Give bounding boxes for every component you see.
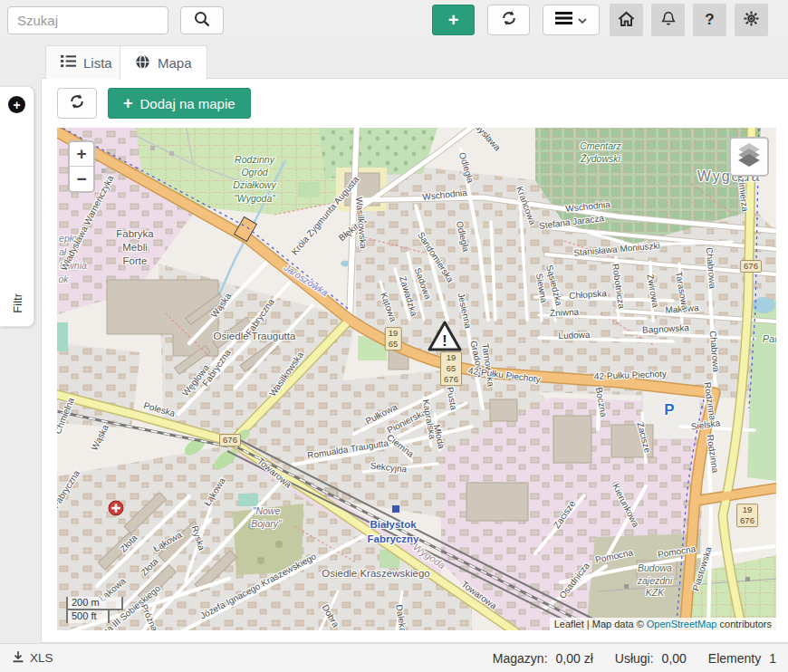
- filter-label: Filtr: [10, 293, 24, 313]
- filter-sidebar: + Filtr: [0, 86, 34, 327]
- magazyn-label: Magazyn:: [493, 651, 548, 666]
- layers-icon: [736, 142, 762, 171]
- plus-icon: +: [123, 94, 133, 113]
- hamburger-icon: [555, 12, 572, 28]
- map-canvas[interactable]: Fabryka Mebli ForteRodzinny Ogród Działk…: [57, 128, 776, 630]
- map-attribution: Leaflet | Map data © OpenStreetMap contr…: [550, 618, 776, 630]
- train-station-icon: [392, 505, 399, 513]
- home-icon: [618, 11, 635, 30]
- osm-link[interactable]: OpenStreetMap: [647, 619, 717, 629]
- refresh-button[interactable]: [487, 5, 530, 35]
- zoom-out-button[interactable]: −: [70, 167, 93, 191]
- refresh-icon: [500, 9, 518, 31]
- add-on-map-button[interactable]: + Dodaj na mapie: [108, 88, 251, 119]
- top-toolbar: + ?: [0, 0, 788, 42]
- uslugi-label: Usługi:: [615, 651, 654, 666]
- medical-marker[interactable]: [108, 500, 124, 520]
- layers-control[interactable]: [729, 137, 769, 177]
- tab-lista[interactable]: Lista: [45, 45, 128, 79]
- gear-icon: [743, 10, 760, 30]
- tab-mapa[interactable]: Mapa: [120, 45, 207, 80]
- plus-icon: +: [448, 10, 459, 31]
- map-tiles: [57, 128, 776, 630]
- notifications-button[interactable]: [651, 4, 685, 36]
- question-icon: ?: [705, 11, 714, 29]
- xls-label: XLS: [30, 651, 53, 665]
- elementy-label: Elementy: [708, 651, 761, 666]
- refresh-icon: [68, 92, 86, 114]
- magazyn-value: 0,00 zł: [556, 651, 593, 666]
- search-icon: [193, 10, 211, 32]
- export-xls-button[interactable]: XLS: [12, 650, 53, 667]
- filter-add-button[interactable]: +: [8, 96, 25, 113]
- attribution-text: contributors: [716, 619, 772, 629]
- help-button[interactable]: ?: [693, 4, 726, 36]
- settings-button[interactable]: [735, 4, 768, 36]
- search-input[interactable]: [7, 6, 168, 34]
- map-zoom-control: + −: [68, 140, 95, 193]
- tab-label: Lista: [83, 55, 112, 71]
- plus-circle-icon: +: [13, 99, 20, 111]
- menu-button[interactable]: [543, 5, 600, 35]
- zoom-in-button[interactable]: +: [70, 142, 93, 167]
- scale-imperial: 500 ft: [66, 609, 110, 623]
- map-scale-control: 200 m 500 ft: [66, 597, 123, 623]
- chevron-down-icon: [578, 12, 587, 28]
- tab-label: Mapa: [158, 55, 192, 71]
- search-button[interactable]: [180, 6, 224, 34]
- add-button[interactable]: +: [432, 5, 475, 35]
- leaflet-link[interactable]: Leaflet: [554, 619, 584, 629]
- home-button[interactable]: [610, 4, 643, 36]
- status-bar: XLS Magazyn:0,00 zł Usługi:0,00 Elementy…: [0, 643, 788, 672]
- globe-icon: [135, 54, 150, 72]
- map-panel: + Dodaj na mapie: [41, 78, 788, 643]
- list-icon: [61, 54, 76, 71]
- uslugi-value: 0,00: [662, 651, 687, 666]
- bell-icon: [660, 10, 677, 30]
- svg-text:!: !: [442, 333, 447, 349]
- map-refresh-button[interactable]: [57, 88, 97, 119]
- attribution-text: | Map data ©: [584, 619, 647, 629]
- add-on-map-label: Dodaj na mapie: [140, 96, 235, 111]
- warning-marker[interactable]: !: [427, 320, 463, 357]
- elementy-value: 1: [769, 651, 776, 666]
- download-icon: [12, 650, 24, 667]
